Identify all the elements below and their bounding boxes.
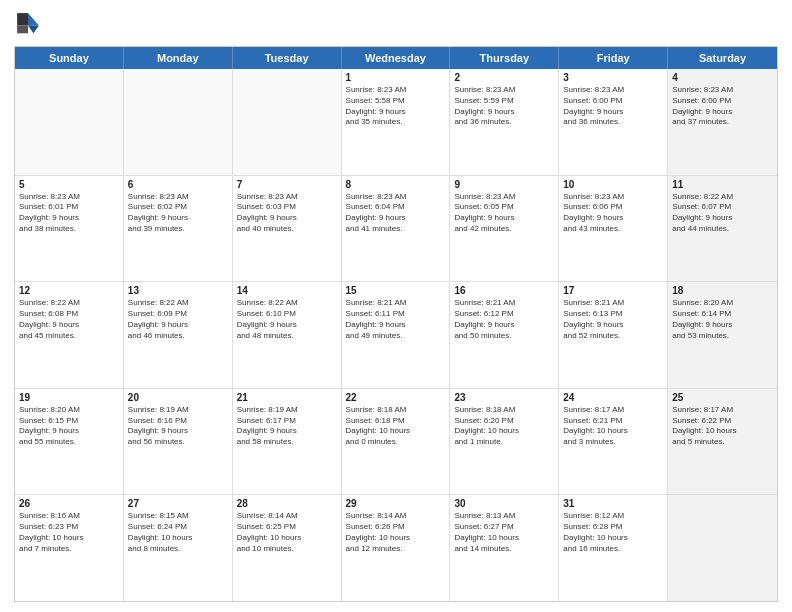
- cell-content: Sunrise: 8:22 AM Sunset: 6:09 PM Dayligh…: [128, 298, 228, 341]
- cell-content: Sunrise: 8:17 AM Sunset: 6:21 PM Dayligh…: [563, 405, 663, 448]
- calendar-cell: 29Sunrise: 8:14 AM Sunset: 6:26 PM Dayli…: [342, 495, 451, 601]
- calendar-body: 1Sunrise: 8:23 AM Sunset: 5:58 PM Daylig…: [15, 69, 777, 601]
- calendar-cell: [233, 69, 342, 175]
- calendar-cell: 7Sunrise: 8:23 AM Sunset: 6:03 PM Daylig…: [233, 176, 342, 282]
- weekday-header: Monday: [124, 47, 233, 69]
- day-number: 8: [346, 179, 446, 190]
- cell-content: Sunrise: 8:23 AM Sunset: 6:02 PM Dayligh…: [128, 192, 228, 235]
- day-number: 10: [563, 179, 663, 190]
- day-number: 3: [563, 72, 663, 83]
- calendar-cell: [668, 495, 777, 601]
- day-number: 30: [454, 498, 554, 509]
- calendar-cell: 3Sunrise: 8:23 AM Sunset: 6:00 PM Daylig…: [559, 69, 668, 175]
- day-number: 25: [672, 392, 773, 403]
- calendar-row: 19Sunrise: 8:20 AM Sunset: 6:15 PM Dayli…: [15, 389, 777, 496]
- weekday-header: Wednesday: [342, 47, 451, 69]
- calendar-cell: 23Sunrise: 8:18 AM Sunset: 6:20 PM Dayli…: [450, 389, 559, 495]
- calendar-cell: 1Sunrise: 8:23 AM Sunset: 5:58 PM Daylig…: [342, 69, 451, 175]
- cell-content: Sunrise: 8:18 AM Sunset: 6:18 PM Dayligh…: [346, 405, 446, 448]
- cell-content: Sunrise: 8:23 AM Sunset: 6:04 PM Dayligh…: [346, 192, 446, 235]
- logo-icon: [14, 10, 42, 38]
- calendar-cell: 18Sunrise: 8:20 AM Sunset: 6:14 PM Dayli…: [668, 282, 777, 388]
- svg-rect-3: [17, 26, 28, 34]
- day-number: 24: [563, 392, 663, 403]
- cell-content: Sunrise: 8:23 AM Sunset: 6:03 PM Dayligh…: [237, 192, 337, 235]
- day-number: 22: [346, 392, 446, 403]
- day-number: 13: [128, 285, 228, 296]
- cell-content: Sunrise: 8:23 AM Sunset: 6:00 PM Dayligh…: [563, 85, 663, 128]
- cell-content: Sunrise: 8:23 AM Sunset: 5:58 PM Dayligh…: [346, 85, 446, 128]
- cell-content: Sunrise: 8:23 AM Sunset: 6:05 PM Dayligh…: [454, 192, 554, 235]
- calendar-row: 26Sunrise: 8:16 AM Sunset: 6:23 PM Dayli…: [15, 495, 777, 601]
- cell-content: Sunrise: 8:14 AM Sunset: 6:26 PM Dayligh…: [346, 511, 446, 554]
- calendar-cell: 25Sunrise: 8:17 AM Sunset: 6:22 PM Dayli…: [668, 389, 777, 495]
- calendar-header: SundayMondayTuesdayWednesdayThursdayFrid…: [15, 47, 777, 69]
- calendar-cell: 26Sunrise: 8:16 AM Sunset: 6:23 PM Dayli…: [15, 495, 124, 601]
- cell-content: Sunrise: 8:19 AM Sunset: 6:16 PM Dayligh…: [128, 405, 228, 448]
- cell-content: Sunrise: 8:16 AM Sunset: 6:23 PM Dayligh…: [19, 511, 119, 554]
- day-number: 21: [237, 392, 337, 403]
- weekday-header: Thursday: [450, 47, 559, 69]
- day-number: 16: [454, 285, 554, 296]
- calendar-cell: 14Sunrise: 8:22 AM Sunset: 6:10 PM Dayli…: [233, 282, 342, 388]
- calendar-row: 12Sunrise: 8:22 AM Sunset: 6:08 PM Dayli…: [15, 282, 777, 389]
- calendar-cell: 21Sunrise: 8:19 AM Sunset: 6:17 PM Dayli…: [233, 389, 342, 495]
- svg-marker-0: [28, 13, 39, 25]
- calendar-cell: 30Sunrise: 8:13 AM Sunset: 6:27 PM Dayli…: [450, 495, 559, 601]
- cell-content: Sunrise: 8:19 AM Sunset: 6:17 PM Dayligh…: [237, 405, 337, 448]
- svg-marker-1: [28, 26, 39, 34]
- weekday-header: Sunday: [15, 47, 124, 69]
- cell-content: Sunrise: 8:22 AM Sunset: 6:07 PM Dayligh…: [672, 192, 773, 235]
- calendar-cell: 22Sunrise: 8:18 AM Sunset: 6:18 PM Dayli…: [342, 389, 451, 495]
- cell-content: Sunrise: 8:23 AM Sunset: 6:00 PM Dayligh…: [672, 85, 773, 128]
- calendar-cell: 11Sunrise: 8:22 AM Sunset: 6:07 PM Dayli…: [668, 176, 777, 282]
- calendar-cell: 4Sunrise: 8:23 AM Sunset: 6:00 PM Daylig…: [668, 69, 777, 175]
- calendar-cell: 12Sunrise: 8:22 AM Sunset: 6:08 PM Dayli…: [15, 282, 124, 388]
- calendar-row: 5Sunrise: 8:23 AM Sunset: 6:01 PM Daylig…: [15, 176, 777, 283]
- day-number: 18: [672, 285, 773, 296]
- cell-content: Sunrise: 8:21 AM Sunset: 6:13 PM Dayligh…: [563, 298, 663, 341]
- calendar-cell: 10Sunrise: 8:23 AM Sunset: 6:06 PM Dayli…: [559, 176, 668, 282]
- calendar-cell: 19Sunrise: 8:20 AM Sunset: 6:15 PM Dayli…: [15, 389, 124, 495]
- day-number: 23: [454, 392, 554, 403]
- day-number: 20: [128, 392, 228, 403]
- calendar-row: 1Sunrise: 8:23 AM Sunset: 5:58 PM Daylig…: [15, 69, 777, 176]
- calendar-cell: 20Sunrise: 8:19 AM Sunset: 6:16 PM Dayli…: [124, 389, 233, 495]
- calendar-cell: 27Sunrise: 8:15 AM Sunset: 6:24 PM Dayli…: [124, 495, 233, 601]
- day-number: 26: [19, 498, 119, 509]
- weekday-header: Saturday: [668, 47, 777, 69]
- day-number: 19: [19, 392, 119, 403]
- cell-content: Sunrise: 8:15 AM Sunset: 6:24 PM Dayligh…: [128, 511, 228, 554]
- svg-rect-2: [17, 13, 28, 25]
- day-number: 1: [346, 72, 446, 83]
- weekday-header: Tuesday: [233, 47, 342, 69]
- calendar-cell: 15Sunrise: 8:21 AM Sunset: 6:11 PM Dayli…: [342, 282, 451, 388]
- cell-content: Sunrise: 8:12 AM Sunset: 6:28 PM Dayligh…: [563, 511, 663, 554]
- day-number: 15: [346, 285, 446, 296]
- cell-content: Sunrise: 8:23 AM Sunset: 6:06 PM Dayligh…: [563, 192, 663, 235]
- calendar-cell: [124, 69, 233, 175]
- cell-content: Sunrise: 8:23 AM Sunset: 5:59 PM Dayligh…: [454, 85, 554, 128]
- cell-content: Sunrise: 8:21 AM Sunset: 6:12 PM Dayligh…: [454, 298, 554, 341]
- cell-content: Sunrise: 8:21 AM Sunset: 6:11 PM Dayligh…: [346, 298, 446, 341]
- calendar: SundayMondayTuesdayWednesdayThursdayFrid…: [14, 46, 778, 602]
- logo: [14, 10, 46, 38]
- cell-content: Sunrise: 8:13 AM Sunset: 6:27 PM Dayligh…: [454, 511, 554, 554]
- calendar-cell: 5Sunrise: 8:23 AM Sunset: 6:01 PM Daylig…: [15, 176, 124, 282]
- calendar-cell: 31Sunrise: 8:12 AM Sunset: 6:28 PM Dayli…: [559, 495, 668, 601]
- cell-content: Sunrise: 8:20 AM Sunset: 6:15 PM Dayligh…: [19, 405, 119, 448]
- day-number: 31: [563, 498, 663, 509]
- day-number: 12: [19, 285, 119, 296]
- day-number: 9: [454, 179, 554, 190]
- page: SundayMondayTuesdayWednesdayThursdayFrid…: [0, 0, 792, 612]
- day-number: 29: [346, 498, 446, 509]
- cell-content: Sunrise: 8:14 AM Sunset: 6:25 PM Dayligh…: [237, 511, 337, 554]
- calendar-cell: 8Sunrise: 8:23 AM Sunset: 6:04 PM Daylig…: [342, 176, 451, 282]
- cell-content: Sunrise: 8:22 AM Sunset: 6:08 PM Dayligh…: [19, 298, 119, 341]
- weekday-header: Friday: [559, 47, 668, 69]
- calendar-cell: [15, 69, 124, 175]
- cell-content: Sunrise: 8:22 AM Sunset: 6:10 PM Dayligh…: [237, 298, 337, 341]
- day-number: 14: [237, 285, 337, 296]
- day-number: 17: [563, 285, 663, 296]
- calendar-cell: 17Sunrise: 8:21 AM Sunset: 6:13 PM Dayli…: [559, 282, 668, 388]
